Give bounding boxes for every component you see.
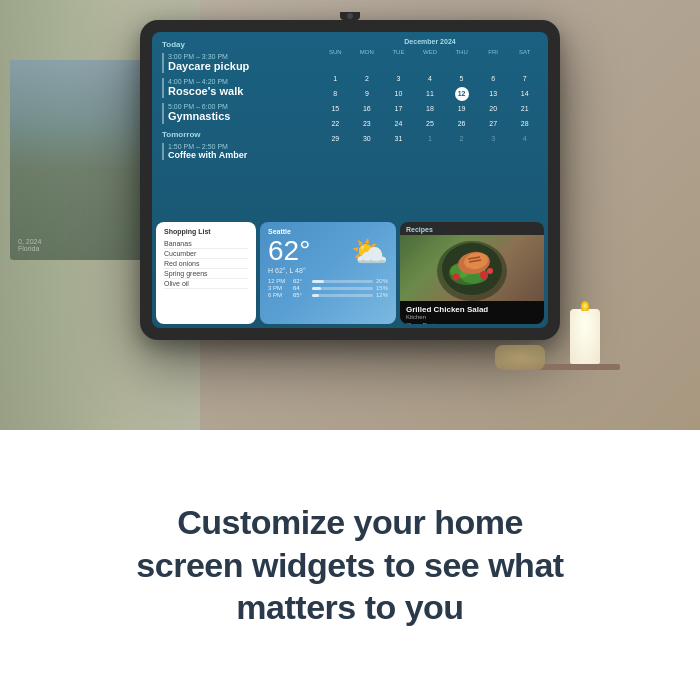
shopping-item-3: Red onions (164, 259, 248, 269)
cal-cell (320, 57, 351, 71)
recipe-source: Kitchen (406, 314, 538, 320)
device-frame: Today 3:00 PM – 3:30 PM Daycare pickup 4… (140, 20, 560, 340)
camera-area (340, 12, 360, 20)
cal-day-14: 14 (509, 87, 540, 101)
weather-widget: Seattle ⛅ 62° H 62°, L 48° 12 PM 62° 20% (260, 222, 396, 324)
event-time-2: 4:00 PM – 4:20 PM (168, 78, 302, 85)
event-time-tomorrow: 1:50 PM – 2:50 PM (168, 143, 302, 150)
cal-day-27: 27 (478, 117, 509, 131)
cal-day-6: 6 (478, 72, 509, 86)
svg-point-9 (480, 271, 488, 279)
forecast-percent-3: 12% (376, 292, 388, 298)
forecast-row-1: 12 PM 62° 20% (268, 278, 388, 284)
recipe-link: Show Recipe (406, 322, 538, 324)
day-fri: FRI (478, 49, 509, 55)
tagline-line1: Customize your home (177, 503, 523, 541)
cal-day-26: 26 (446, 117, 477, 131)
device-screen: Today 3:00 PM – 3:30 PM Daycare pickup 4… (152, 32, 548, 328)
cal-day-30: 30 (352, 132, 383, 146)
forecast-row-3: 6 PM 65° 12% (268, 292, 388, 298)
event-item-2: 4:00 PM – 4:20 PM Roscoe's walk (162, 78, 302, 98)
cal-day-21: 21 (509, 102, 540, 116)
cal-day-10: 10 (383, 87, 414, 101)
cal-day-15: 15 (320, 102, 351, 116)
event-time-1: 3:00 PM – 3:30 PM (168, 53, 302, 60)
cal-day-23: 23 (352, 117, 383, 131)
today-label: Today (162, 40, 302, 49)
event-title-2: Roscoe's walk (168, 85, 302, 98)
cal-day-next-3: 3 (478, 132, 509, 146)
calendar-grid: 1 2 3 4 5 6 7 8 9 10 11 12 (320, 57, 540, 146)
weather-forecast: 12 PM 62° 20% 3 PM 64 15% (268, 278, 388, 298)
event-title-1: Daycare pickup (168, 60, 302, 73)
shopping-item-5: Olive oil (164, 279, 248, 289)
cal-day-18: 18 (415, 102, 446, 116)
tagline-line2: screen widgets to see what (136, 546, 563, 584)
cal-day-28: 28 (509, 117, 540, 131)
cal-day-2: 2 (352, 72, 383, 86)
forecast-temp-3: 65° (293, 292, 309, 298)
shopping-item-1: Bananas (164, 239, 248, 249)
event-item-tomorrow: 1:50 PM – 2:50 PM Coffee with Amber (162, 143, 302, 161)
calendar-days-header: SUN MON TUE WED THU FRI SAT (320, 49, 540, 55)
cal-day-8: 8 (320, 87, 351, 101)
day-tue: TUE (383, 49, 414, 55)
candle-flame (581, 301, 589, 311)
forecast-time-2: 3 PM (268, 285, 290, 291)
calendar-title: December 2024 (320, 38, 540, 45)
cal-day-20: 20 (478, 102, 509, 116)
day-sat: SAT (509, 49, 540, 55)
forecast-percent-1: 20% (376, 278, 388, 284)
day-wed: WED (415, 49, 446, 55)
recipe-name: Grilled Chicken Salad (406, 305, 538, 314)
cal-cell (383, 57, 414, 71)
cal-day-29: 29 (320, 132, 351, 146)
forecast-temp-1: 62° (293, 278, 309, 284)
forecast-time-3: 6 PM (268, 292, 290, 298)
events-panel: Today 3:00 PM – 3:30 PM Daycare pickup 4… (152, 32, 312, 218)
cal-day-next-4: 4 (509, 132, 540, 146)
forecast-temp-2: 64 (293, 285, 309, 291)
cal-day-4: 4 (415, 72, 446, 86)
event-time-3: 5:00 PM – 6:00 PM (168, 103, 302, 110)
cal-day-7: 7 (509, 72, 540, 86)
tagline: Customize your home screen widgets to se… (136, 501, 563, 629)
forecast-time-1: 12 PM (268, 278, 290, 284)
cal-day-19: 19 (446, 102, 477, 116)
shopping-item-2: Cucumber (164, 249, 248, 259)
cal-day-22: 22 (320, 117, 351, 131)
cal-cell (446, 57, 477, 71)
forecast-percent-2: 15% (376, 285, 388, 291)
calendar-panel: December 2024 SUN MON TUE WED THU FRI SA… (312, 32, 548, 218)
cal-day-12-today: 12 (455, 87, 469, 101)
camera-lens (347, 13, 353, 19)
cal-day-next-1: 1 (415, 132, 446, 146)
cal-day-24: 24 (383, 117, 414, 131)
candle (570, 309, 600, 364)
svg-point-11 (453, 273, 460, 280)
tomorrow-label: Tomorrow (162, 130, 302, 139)
cal-cell (415, 57, 446, 71)
cal-cell (509, 57, 540, 71)
event-title-3: Gymnastics (168, 110, 302, 123)
widgets-row: Shopping List Bananas Cucumber Red onion… (152, 218, 548, 328)
cal-day-25: 25 (415, 117, 446, 131)
screen-content: Today 3:00 PM – 3:30 PM Daycare pickup 4… (152, 32, 548, 328)
recipe-image (400, 235, 544, 301)
day-sun: SUN (320, 49, 351, 55)
cal-day-31: 31 (383, 132, 414, 146)
cal-day-next-2: 2 (446, 132, 477, 146)
cal-day-3: 3 (383, 72, 414, 86)
day-thu: THU (446, 49, 477, 55)
weather-icon: ⛅ (351, 234, 388, 269)
svg-point-10 (487, 268, 493, 274)
cal-day-13: 13 (478, 87, 509, 101)
food-illustration (400, 235, 544, 301)
cal-day-11: 11 (415, 87, 446, 101)
event-title-tomorrow: Coffee with Amber (168, 150, 302, 161)
forecast-row-2: 3 PM 64 15% (268, 285, 388, 291)
cal-cell (352, 57, 383, 71)
screen-top-row: Today 3:00 PM – 3:30 PM Daycare pickup 4… (152, 32, 548, 218)
weather-high-low: H 62°, L 48° (268, 267, 388, 274)
photo-label: 0, 2024 Florida (18, 238, 41, 252)
